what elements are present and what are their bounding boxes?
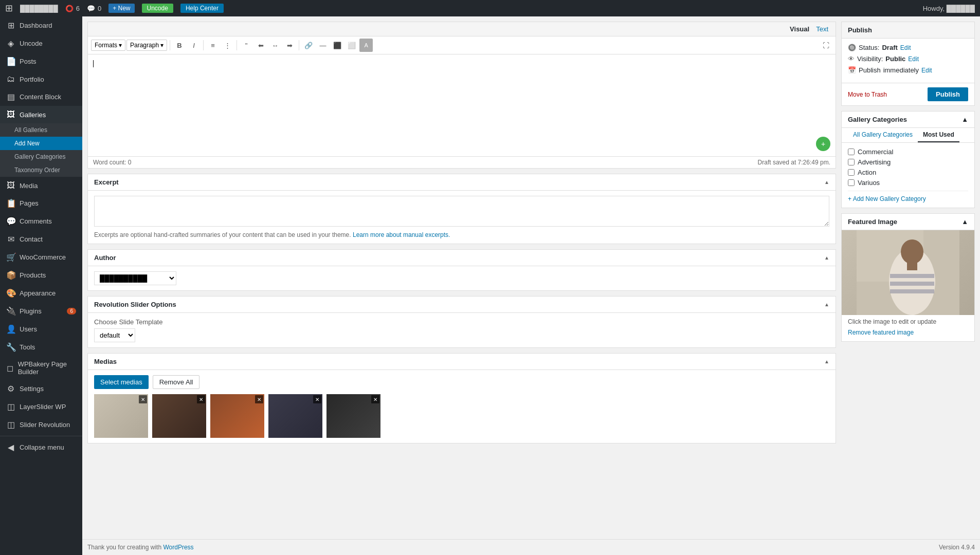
revolution-slider-header[interactable]: Revolution Slider Options ▲ <box>88 297 836 313</box>
sidebar-item-appearance[interactable]: 🎨 Appearance <box>0 284 82 302</box>
svg-rect-3 <box>890 274 934 278</box>
cat-checkbox-commercial[interactable] <box>848 149 855 155</box>
tab-visual[interactable]: Visual <box>788 24 811 34</box>
paragraph-dropdown[interactable]: Paragraph ▾ <box>126 40 167 51</box>
ordered-list-button[interactable]: ⋮ <box>221 39 234 52</box>
sidebar-item-products[interactable]: 📦 Products <box>0 266 82 284</box>
cat-label-commercial: Commercial <box>858 148 893 156</box>
sidebar-label-media: Media <box>20 182 38 190</box>
cat-checkbox-various[interactable] <box>848 179 855 186</box>
sidebar-item-comments[interactable]: 💬 Comments <box>0 212 82 230</box>
cat-item-action: Action <box>848 169 968 176</box>
link-button[interactable]: 🔗 <box>302 39 315 52</box>
cat-item-commercial: Commercial <box>848 148 968 156</box>
remove-thumb-2[interactable]: ✕ <box>197 395 205 403</box>
sidebar-item-gallery-categories[interactable]: Gallery Categories <box>0 150 82 163</box>
sidebar-item-wpbakery[interactable]: ◻ WPBakery Page Builder <box>0 356 82 380</box>
author-title: Author <box>94 254 116 262</box>
sidebar-item-tools[interactable]: 🔧 Tools <box>0 338 82 356</box>
sidebar-item-dashboard[interactable]: ⊞ Dashboard <box>0 16 82 34</box>
publish-edit-link[interactable]: Edit <box>921 67 932 74</box>
select-medias-button[interactable]: Select medias <box>94 375 149 389</box>
new-button[interactable]: + New <box>108 4 134 13</box>
sidebar-item-layerslider[interactable]: ◫ LayerSlider WP <box>0 398 82 416</box>
remove-thumb-4[interactable]: ✕ <box>313 395 321 403</box>
status-label: Status: <box>859 44 879 51</box>
more-button[interactable]: — <box>316 39 330 52</box>
align-right-button[interactable]: ➡ <box>283 39 296 52</box>
sidebar-item-all-galleries[interactable]: All Galleries <box>0 123 82 137</box>
featured-image-thumbnail[interactable] <box>842 230 974 315</box>
layerslider-icon: ◫ <box>6 402 15 412</box>
wordpress-link[interactable]: WordPress <box>163 544 193 551</box>
tab-text[interactable]: Text <box>814 24 830 34</box>
remove-thumb-1[interactable]: ✕ <box>139 395 147 403</box>
sidebar-item-woocommerce[interactable]: 🛒 WooCommerce <box>0 248 82 266</box>
tab-all-gallery-categories[interactable]: All Gallery Categories <box>848 128 918 142</box>
tab-most-used[interactable]: Most Used <box>918 128 959 142</box>
svg-rect-5 <box>890 289 934 293</box>
status-edit-link[interactable]: Edit <box>900 44 911 51</box>
visibility-edit-link[interactable]: Edit <box>908 55 919 63</box>
sidebar-item-collapse[interactable]: ◀ Collapse menu <box>0 438 82 456</box>
move-to-trash-link[interactable]: Move to Trash <box>848 91 887 98</box>
editor-body[interactable]: + <box>87 54 836 157</box>
remove-thumb-3[interactable]: ✕ <box>255 395 263 403</box>
excerpt-header[interactable]: Excerpt ▲ <box>88 174 836 191</box>
sidebar-item-add-new[interactable]: Add New <box>0 137 82 150</box>
remove-featured-image-link[interactable]: Remove featured image <box>848 329 914 336</box>
footer: Thank you for creating with WordPress Ve… <box>82 539 980 555</box>
align-left-button[interactable]: ⬅ <box>254 39 267 52</box>
template-select[interactable]: default <box>94 328 135 342</box>
toolbar-sep-3 <box>237 40 237 50</box>
sidebar-item-users[interactable]: 👤 Users <box>0 320 82 338</box>
sidebar-item-uncode[interactable]: ◈ Uncode <box>0 34 82 52</box>
sidebar-label-settings: Settings <box>20 385 44 393</box>
remove-thumb-5[interactable]: ✕ <box>371 395 379 403</box>
medias-title: Medias <box>94 358 117 365</box>
sidebar-item-contact[interactable]: ✉ Contact <box>0 230 82 248</box>
author-content: ██████████ <box>88 266 836 290</box>
publish-box-header: Publish <box>842 22 974 39</box>
gallery-categories-content: Commercial Advertising Action Variu <box>842 143 974 208</box>
author-header[interactable]: Author ▲ <box>88 250 836 266</box>
expand-button[interactable]: ⛶ <box>819 39 832 52</box>
add-gallery-category-link[interactable]: + Add New Gallery Category <box>848 191 968 202</box>
sidebar-item-taxonomy-order[interactable]: Taxonomy Order <box>0 163 82 177</box>
unordered-list-button[interactable]: ≡ <box>206 39 220 52</box>
site-name[interactable]: ████████ <box>20 5 58 12</box>
sidebar-item-pages[interactable]: 📋 Pages <box>0 194 82 212</box>
format-clear-button[interactable]: A <box>359 39 373 52</box>
layout: ⊞ Dashboard ◈ Uncode 📄 Posts 🗂 Portfolio… <box>0 16 980 555</box>
italic-button[interactable]: I <box>187 39 201 52</box>
gallery-categories-title: Gallery Categories <box>848 116 907 123</box>
sidebar-item-galleries[interactable]: 🖼 Galleries <box>0 106 82 123</box>
bold-button[interactable]: B <box>173 39 186 52</box>
page-break-button[interactable]: ⬜ <box>345 39 358 52</box>
blockquote-button[interactable]: " <box>240 39 253 52</box>
cat-checkbox-advertising[interactable] <box>848 159 855 165</box>
publish-status-row: 🔘 Status: Draft Edit <box>848 44 968 51</box>
sidebar-item-settings[interactable]: ⚙ Settings <box>0 380 82 398</box>
medias-header[interactable]: Medias ▲ <box>88 354 836 370</box>
cat-checkbox-action[interactable] <box>848 169 855 176</box>
read-more-button[interactable]: ⬛ <box>331 39 344 52</box>
editor-add-button[interactable]: + <box>816 137 830 151</box>
sidebar-item-posts[interactable]: 📄 Posts <box>0 52 82 70</box>
remove-all-button[interactable]: Remove All <box>153 375 200 389</box>
help-center-button[interactable]: Help Center <box>180 4 224 13</box>
publish-button[interactable]: Publish <box>928 87 968 101</box>
sidebar-item-content-block[interactable]: ▤ Content Block <box>0 88 82 106</box>
excerpt-link[interactable]: Learn more about manual excerpts. <box>353 231 450 238</box>
sidebar-item-portfolio[interactable]: 🗂 Portfolio <box>0 70 82 88</box>
draft-saved-label: Draft saved at 7:26:49 pm. <box>758 159 830 166</box>
align-center-button[interactable]: ↔ <box>268 39 282 52</box>
sidebar-item-slider-revolution[interactable]: ◫ Slider Revolution <box>0 416 82 434</box>
formats-dropdown[interactable]: Formats ▾ <box>91 40 125 51</box>
choose-slide-label: Choose Slide Template <box>94 318 829 326</box>
author-select[interactable]: ██████████ <box>94 271 176 285</box>
uncode-button[interactable]: Uncode <box>142 4 173 13</box>
sidebar-item-media[interactable]: 🖼 Media <box>0 177 82 194</box>
sidebar-item-plugins[interactable]: 🔌 Plugins 6 <box>0 302 82 320</box>
excerpt-textarea[interactable] <box>94 196 829 227</box>
